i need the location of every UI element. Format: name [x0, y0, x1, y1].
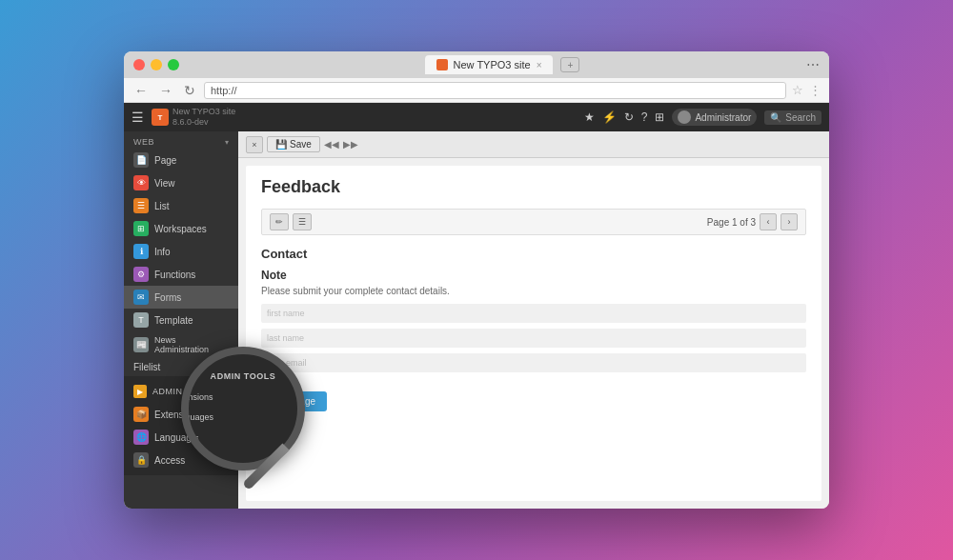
sidebar-item-template[interactable]: T Template [124, 309, 238, 331]
admin-tools-chevron[interactable]: ▾ [225, 388, 230, 396]
browser-tab[interactable]: New TYPO3 site × [425, 55, 554, 74]
browser-window: New TYPO3 site × + ⋯ ← → ↻ http:// ☆ ⋮ ☰… [124, 51, 829, 509]
traffic-light-yellow[interactable] [151, 59, 162, 70]
sidebar-item-news[interactable]: 📰 News Administration [124, 331, 238, 358]
functions-icon: ⚙ [133, 267, 149, 282]
sidebar-label-extensions: Extensions [154, 410, 201, 420]
next-arrow[interactable]: ▶▶ [343, 139, 358, 150]
site-info: New TYPO3 site 8.6.0-dev [172, 107, 235, 128]
sidebar-label-functions: Functions [154, 270, 195, 280]
filelist-row: Filelist ▾ [124, 358, 238, 376]
workspace-icon: ⊞ [133, 221, 149, 236]
sidebar-item-access[interactable]: 🔒 Access [124, 449, 238, 471]
bookmark-icon[interactable]: ☆ [792, 83, 803, 97]
form-edit-button[interactable]: ✏ [270, 213, 289, 230]
bookmark-toolbar-icon[interactable]: ★ [584, 110, 595, 124]
content-area: × 💾 Save ◀◀ ▶▶ Feedback ✏ ☰ Page 1 of 3 [238, 131, 829, 509]
tab-bar: New TYPO3 site × + [204, 55, 801, 74]
form-field-email[interactable]: your email [261, 353, 806, 372]
sidebar-label-access: Access [154, 455, 185, 466]
admin-tools-label: ADMIN TOOLS [152, 387, 216, 396]
news-icon: 📰 [133, 337, 149, 352]
user-menu[interactable]: Administrator [672, 109, 757, 126]
nav-bar: ← → ↻ http:// ☆ ⋮ [124, 78, 829, 103]
url-bar[interactable]: http:// [204, 82, 786, 99]
next-page-button-main[interactable]: next Page [261, 391, 327, 411]
sidebar-item-list[interactable]: ☰ List [124, 194, 238, 217]
forms-icon: ✉ [133, 290, 149, 305]
user-name: Administrator [695, 112, 751, 123]
new-tab-button[interactable]: + [560, 57, 579, 72]
template-icon: T [133, 312, 149, 328]
page-title: Feedback [261, 177, 806, 197]
form-pagination: Page 1 of 3 ‹ › [707, 213, 798, 230]
title-bar: New TYPO3 site × + ⋯ [124, 51, 829, 78]
web-chevron-icon[interactable]: ▾ [225, 138, 230, 147]
lightning-icon[interactable]: ⚡ [602, 110, 617, 124]
sidebar-item-page[interactable]: 📄 Page [124, 149, 238, 171]
sidebar-label-page: Page [154, 155, 176, 166]
filelist-label[interactable]: Filelist [133, 362, 160, 372]
back-button[interactable]: ← [132, 83, 151, 98]
sidebar-item-functions[interactable]: ⚙ Functions [124, 263, 238, 286]
form-field-firstname[interactable]: first name [261, 304, 806, 323]
field-label-firstname: first name [267, 309, 305, 318]
prev-arrow[interactable]: ◀◀ [324, 139, 339, 150]
refresh-toolbar-icon[interactable]: ↻ [624, 110, 634, 124]
save-label: Save [290, 139, 312, 150]
window-controls: ⋯ [806, 57, 820, 72]
admin-tools-header: ▶ ADMIN TOOLS ▾ [124, 380, 238, 403]
content-main: Feedback ✏ ☰ Page 1 of 3 ‹ › Contact Not… [246, 166, 821, 501]
main-area: WEB ▾ 📄 Page 👁 View ☰ List ⊞ Workspaces … [124, 131, 829, 509]
access-icon: 🔒 [133, 452, 149, 468]
save-button[interactable]: 💾 Save [267, 136, 320, 152]
pagination-text: Page 1 of 3 [707, 217, 756, 228]
menu-icon[interactable]: ⋮ [809, 83, 821, 97]
form-toolbar-left: ✏ ☰ [270, 213, 312, 230]
forward-button[interactable]: → [156, 83, 175, 98]
sidebar-label-list: List [154, 201, 170, 211]
traffic-light-red[interactable] [133, 59, 145, 70]
sidebar-label-news: News Administration [154, 335, 229, 354]
sidebar-label-template: Template [154, 315, 193, 326]
traffic-light-green[interactable] [168, 59, 179, 70]
extensions-icon: 📦 [133, 407, 149, 422]
filelist-chevron[interactable]: ▾ [225, 363, 229, 371]
content-toolbar: × 💾 Save ◀◀ ▶▶ [238, 131, 829, 158]
next-page-button[interactable]: › [781, 213, 798, 230]
sidebar-label-info: Info [154, 247, 171, 257]
grid-icon[interactable]: ⊞ [655, 110, 664, 124]
typo3-logo-icon: T [152, 109, 169, 126]
toolbar-icons: ★ ⚡ ↻ ? ⊞ Administrator 🔍 Search [584, 109, 821, 126]
form-section-title: Contact [261, 247, 806, 261]
admin-tools-section: ▶ ADMIN TOOLS ▾ 📦 Extensions 🌐 Languages… [124, 376, 238, 475]
sidebar-item-extensions[interactable]: 📦 Extensions [124, 403, 238, 426]
web-section-label: WEB ▾ [124, 131, 238, 149]
note-section: Note Please submit your complete contact… [261, 269, 806, 372]
note-title: Note [261, 269, 806, 282]
close-button[interactable]: × [246, 136, 263, 153]
form-field-lastname[interactable]: last name [261, 329, 806, 348]
search-box[interactable]: 🔍 Search [764, 110, 821, 125]
sidebar: WEB ▾ 📄 Page 👁 View ☰ List ⊞ Workspaces … [124, 131, 238, 509]
sidebar-item-workspaces[interactable]: ⊞ Workspaces [124, 217, 238, 240]
sidebar-item-languages[interactable]: 🌐 Languages [124, 426, 238, 449]
sidebar-item-info[interactable]: ℹ Info [124, 240, 238, 263]
tab-close-button[interactable]: × [537, 60, 542, 70]
prev-page-button[interactable]: ‹ [760, 213, 777, 230]
field-label-lastname: last name [267, 333, 304, 343]
sidebar-label-languages: Languages [154, 432, 202, 443]
sidebar-label-workspaces: Workspaces [154, 224, 207, 234]
hamburger-menu[interactable]: ☰ [132, 110, 144, 125]
tab-favicon [436, 59, 448, 70]
form-list-button[interactable]: ☰ [293, 213, 312, 230]
admin-tools-arrow-icon: ▶ [133, 385, 147, 398]
sidebar-item-view[interactable]: 👁 View [124, 171, 238, 194]
note-text: Please submit your complete contact deta… [261, 286, 806, 296]
view-icon: 👁 [133, 175, 149, 190]
help-icon[interactable]: ? [641, 110, 648, 124]
avatar [678, 110, 691, 124]
refresh-button[interactable]: ↻ [181, 83, 198, 98]
sidebar-item-forms[interactable]: ✉ Forms [124, 286, 238, 309]
site-logo: T New TYPO3 site 8.6.0-dev [152, 107, 235, 128]
